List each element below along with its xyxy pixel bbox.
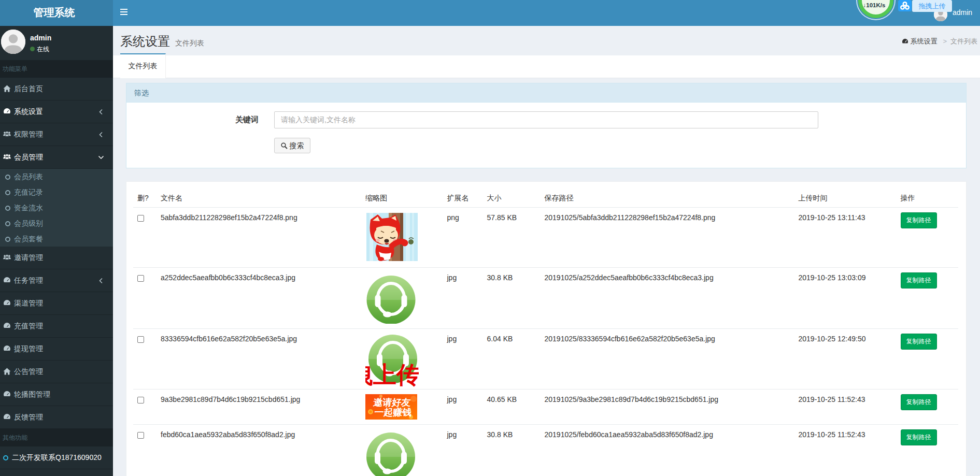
svg-text:邀请好友: 邀请好友 (373, 397, 411, 408)
svg-text:一起赚钱: 一起赚钱 (374, 407, 412, 417)
